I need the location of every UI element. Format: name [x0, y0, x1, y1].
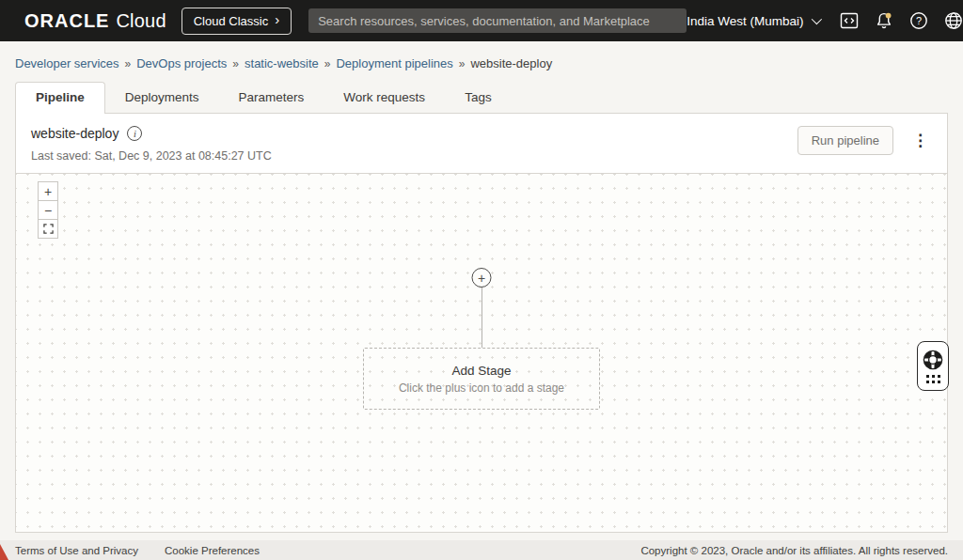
tab-bar: Pipeline Deployments Parameters Work req… [0, 70, 963, 113]
run-pipeline-button[interactable]: Run pipeline [797, 126, 893, 155]
info-icon[interactable]: i [127, 126, 142, 141]
footer: Terms of Use and Privacy Cookie Preferen… [0, 540, 963, 560]
pipeline-canvas[interactable]: + − + Add Stage Click the plus icon to a… [16, 173, 947, 532]
add-stage-hint: Click the plus icon to add a stage [399, 381, 564, 395]
pipeline-header-actions: Run pipeline ⋮ [797, 126, 932, 155]
tab-work-requests[interactable]: Work requests [324, 83, 445, 113]
corner-accent-decoration [0, 544, 8, 560]
brand-oracle: ORACLE [24, 10, 109, 32]
pipeline-header: website-deploy i Last saved: Sat, Dec 9,… [16, 114, 947, 173]
breadcrumb-devops-projects[interactable]: DevOps projects [136, 56, 227, 70]
notifications-bell-icon[interactable] [874, 10, 894, 31]
tab-pipeline[interactable]: Pipeline [15, 82, 105, 114]
topbar-right: India West (Mumbai) ? [687, 10, 963, 31]
chevron-down-icon [811, 14, 821, 24]
pipeline-card: website-deploy i Last saved: Sat, Dec 9,… [15, 113, 948, 533]
drag-handle-dots-icon [926, 375, 940, 383]
pipeline-header-left: website-deploy i Last saved: Sat, Dec 9,… [31, 126, 272, 163]
tab-tags[interactable]: Tags [445, 83, 512, 113]
breadcrumb-deployment-pipelines[interactable]: Deployment pipelines [336, 56, 452, 70]
add-stage-placeholder[interactable]: Add Stage Click the plus icon to add a s… [363, 348, 600, 410]
breadcrumb-separator: » [459, 57, 466, 70]
menu-icon[interactable] [8, 7, 19, 35]
breadcrumb-static-website[interactable]: static-website [245, 56, 319, 70]
globe-language-icon[interactable] [943, 10, 963, 31]
svg-text:?: ? [915, 15, 921, 26]
breadcrumb-separator: » [125, 57, 132, 70]
page-title: website-deploy [31, 126, 118, 141]
oracle-cloud-logo[interactable]: ORACLE Cloud [24, 10, 166, 32]
help-launcher-widget[interactable] [917, 341, 949, 391]
lifebuoy-icon [923, 350, 943, 370]
tab-parameters[interactable]: Parameters [219, 83, 324, 113]
help-icon[interactable]: ? [908, 10, 929, 31]
fit-to-screen-button[interactable] [38, 219, 58, 239]
add-stage-title: Add Stage [451, 364, 511, 378]
kebab-menu-icon[interactable]: ⋮ [908, 131, 932, 150]
canvas-zoom-controls: + − [38, 181, 58, 239]
stage-connector-line [482, 288, 482, 348]
brand-cloud: Cloud [116, 10, 166, 32]
breadcrumb-website-deploy: website-deploy [470, 56, 552, 70]
search-bar [308, 8, 687, 33]
cloud-classic-label: Cloud Classic [194, 14, 268, 28]
tab-deployments[interactable]: Deployments [105, 83, 219, 113]
cloud-shell-icon[interactable] [839, 10, 860, 31]
cloud-classic-button[interactable]: Cloud Classic › [182, 8, 292, 35]
breadcrumb: Developer services » DevOps projects » s… [0, 41, 963, 70]
copyright-text: Copyright © 2023, Oracle and/or its affi… [640, 545, 948, 556]
chevron-right-icon: › [275, 15, 279, 24]
topbar: ORACLE Cloud Cloud Classic › India West … [0, 0, 963, 41]
region-label: India West (Mumbai) [687, 14, 803, 28]
zoom-out-button[interactable]: − [38, 200, 58, 220]
zoom-in-button[interactable]: + [38, 181, 58, 201]
breadcrumb-separator: » [324, 57, 331, 70]
last-saved-text: Last saved: Sat, Dec 9, 2023 at 08:45:27… [31, 149, 272, 163]
breadcrumb-developer-services[interactable]: Developer services [15, 56, 119, 70]
terms-link[interactable]: Terms of Use and Privacy [15, 545, 138, 556]
search-input[interactable] [308, 8, 687, 33]
add-stage-plus-icon[interactable]: + [472, 268, 492, 288]
breadcrumb-separator: » [232, 57, 239, 70]
region-selector[interactable]: India West (Mumbai) [687, 14, 818, 28]
cookie-preferences-link[interactable]: Cookie Preferences [165, 545, 260, 556]
